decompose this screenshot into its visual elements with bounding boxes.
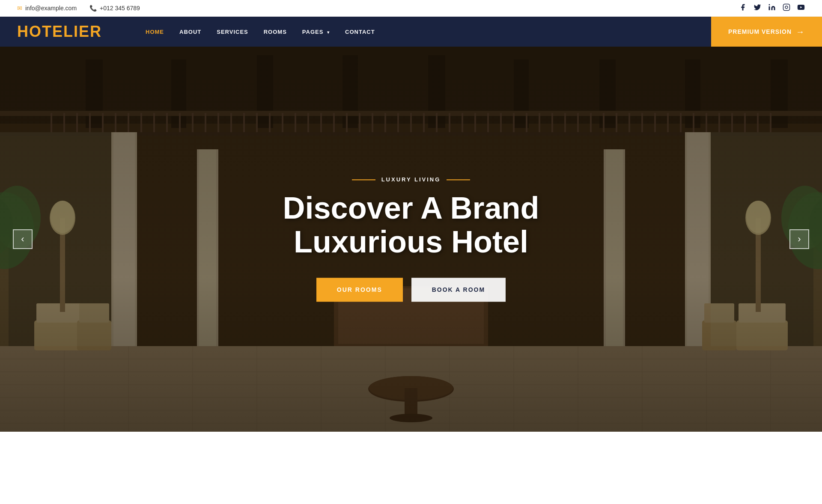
hero-cta-buttons: OUR ROOMS BOOK A ROOM [218,278,604,302]
phone-icon: 📞 [89,5,97,12]
email-address: info@example.com [25,5,77,12]
chevron-right-icon: › [798,234,801,245]
email-contact: ✉ info@example.com [17,5,77,12]
facebook-icon[interactable] [739,3,747,13]
svg-rect-0 [769,6,770,10]
our-rooms-button[interactable]: OUR ROOMS [316,278,403,302]
svg-rect-2 [783,4,790,11]
hero-subtitle-text: LUXURY LIVING [381,176,441,183]
nav-contact[interactable]: CONTACT [345,27,375,37]
linkedin-icon[interactable] [768,3,776,13]
premium-label: PREMIUM VERSION [728,28,792,35]
email-icon: ✉ [17,5,22,12]
premium-arrow: → [796,27,805,37]
bottom-strip [0,432,822,436]
twitter-icon[interactable] [754,3,761,13]
pages-dropdown-arrow: ▾ [327,30,330,35]
slider-next-button[interactable]: › [789,229,809,249]
subtitle-line-left [352,179,375,180]
subtitle-line-right [447,179,470,180]
nav-home[interactable]: HOME [146,27,164,37]
logo[interactable]: HOTELIER [17,23,102,41]
nav-rooms[interactable]: ROOMS [264,27,287,37]
hero-title-line2: Luxurious Hotel [294,225,528,259]
hero-subtitle-row: LUXURY LIVING [218,176,604,183]
social-links [739,3,805,13]
hero-content: LUXURY LIVING Discover A Brand Luxurious… [218,176,604,302]
hero-title: Discover A Brand Luxurious Hotel [218,191,604,259]
main-header: HOTELIER HOME ABOUT SERVICES ROOMS PAGES… [0,17,822,47]
hero-title-line1: Discover A Brand [283,191,539,225]
svg-point-1 [769,4,770,6]
book-room-button[interactable]: BOOK A ROOM [411,278,506,302]
nav-pages[interactable]: PAGES ▾ [302,27,330,37]
instagram-icon[interactable] [783,3,790,13]
top-bar: ✉ info@example.com 📞 +012 345 6789 [0,0,822,17]
top-bar-contacts: ✉ info@example.com 📞 +012 345 6789 [17,5,140,12]
main-nav: HOME ABOUT SERVICES ROOMS PAGES ▾ CONTAC… [137,17,711,47]
youtube-icon[interactable] [797,3,805,13]
phone-number: +012 345 6789 [100,5,140,12]
slider-prev-button[interactable]: ‹ [13,229,33,249]
chevron-left-icon: ‹ [21,234,24,245]
premium-button[interactable]: PREMIUM VERSION → [711,17,822,47]
phone-contact: 📞 +012 345 6789 [89,5,140,12]
hero-section: ‹ LUXURY LIVING Discover A Brand Luxurio… [0,47,822,432]
nav-about[interactable]: ABOUT [179,27,201,37]
nav-services[interactable]: SERVICES [217,27,248,37]
logo-area: HOTELIER [0,17,137,47]
